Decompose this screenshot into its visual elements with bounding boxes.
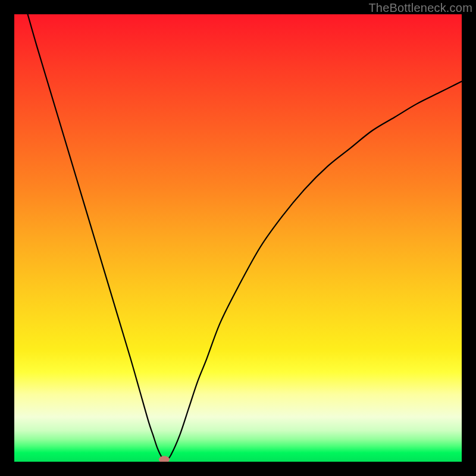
chart-svg [14, 14, 462, 462]
chart-frame [14, 14, 462, 462]
watermark-text: TheBottleneck.com [368, 1, 472, 15]
gradient-background [14, 14, 462, 462]
